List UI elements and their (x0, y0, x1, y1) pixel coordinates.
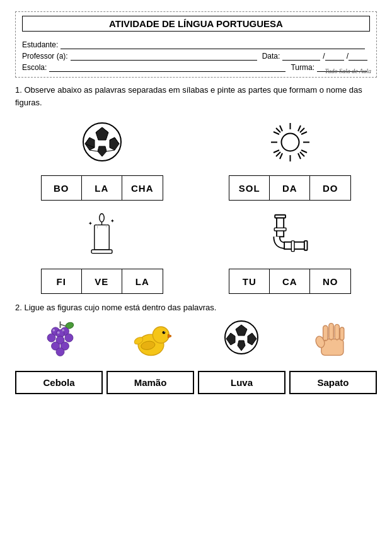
syl-LA: LA (82, 176, 122, 200)
svg-line-21 (280, 126, 282, 131)
svg-rect-32 (95, 225, 109, 249)
word-box-sapato: Sapato (289, 371, 377, 394)
watermark: Tudo Sala de Aula (325, 67, 371, 74)
svg-point-63 (164, 332, 164, 332)
svg-line-19 (300, 128, 304, 132)
duck-icon (130, 318, 171, 359)
svg-point-62 (162, 331, 165, 334)
svg-line-28 (298, 153, 301, 159)
syl-LA: LA (122, 269, 163, 293)
question2-text: 2. Ligue as figuras cujo nome está dentr… (15, 303, 377, 312)
date-field2 (325, 52, 344, 61)
soccer-ball-section: BO LA CHA (15, 114, 189, 201)
svg-rect-43 (292, 241, 295, 252)
svg-point-29 (281, 133, 299, 151)
sun-section: SOL DA DO (203, 114, 377, 201)
candle-icon: ✦ ✦ (84, 212, 119, 259)
word-box-cebola: Cebola (15, 371, 103, 394)
candle-image-area: ✦ ✦ (84, 207, 119, 264)
syllable-boxes-right-1: SOL DA DO (229, 175, 351, 201)
class-label: Turma: (291, 63, 314, 72)
syl-CHA: CHA (122, 176, 163, 200)
grapes-icon (40, 318, 81, 359)
exercise-row-1: BO LA CHA (15, 114, 377, 201)
syllable-boxes-right-2: TU CA NO (229, 269, 351, 294)
svg-line-25 (274, 150, 279, 153)
soccer-ball-2-icon (222, 318, 260, 356)
pipe-image-area (268, 207, 312, 264)
svg-point-52 (65, 334, 73, 342)
date-label: Data: (262, 52, 280, 61)
svg-point-56 (53, 329, 55, 332)
word-box-mamao: Mamão (107, 371, 194, 394)
svg-rect-38 (277, 216, 284, 237)
teacher-line: Professor (a): Data: / / (22, 52, 370, 61)
svg-text:✦: ✦ (89, 220, 93, 226)
teacher-label: Professor (a): (22, 52, 68, 61)
svg-line-18 (300, 152, 304, 156)
student-label: Estudante: (22, 40, 58, 49)
page-title: ATIVIDADE DE LÍNGUA PORTUGUESA (22, 16, 370, 32)
svg-line-26 (301, 150, 307, 153)
school-label: Escola: (22, 63, 47, 72)
question1-text: 1. Observe abaixo as palavras separadas … (15, 84, 377, 108)
syl-FI: FI (42, 269, 82, 293)
student-line: Estudante: (22, 40, 370, 49)
teacher-underline (71, 52, 257, 61)
sun-icon (270, 122, 311, 163)
svg-marker-61 (168, 334, 171, 338)
syl-NO: NO (310, 269, 350, 293)
svg-line-20 (276, 152, 280, 156)
syl-VE: VE (82, 269, 122, 293)
svg-rect-75 (335, 324, 339, 339)
svg-point-55 (56, 348, 64, 356)
syl-DO: DO (310, 176, 350, 200)
svg-line-27 (280, 153, 282, 159)
svg-point-50 (47, 334, 55, 342)
syl-SOL: SOL (229, 176, 270, 200)
candle-section: ✦ ✦ FI VE LA (15, 207, 189, 294)
grapes-section (21, 318, 100, 359)
svg-line-24 (301, 132, 307, 134)
student-underline (61, 40, 365, 49)
soccer-ball-image-area (80, 114, 124, 170)
svg-rect-74 (329, 324, 333, 340)
svg-text:✦: ✦ (110, 218, 115, 223)
school-line: Escola: Turma: (22, 63, 370, 72)
hand-section (292, 318, 371, 359)
soccer-ball-icon (80, 120, 124, 164)
pipe-icon (268, 213, 312, 257)
school-underline (49, 63, 285, 72)
svg-line-23 (274, 132, 279, 134)
svg-point-57 (62, 329, 65, 332)
date-field1 (282, 52, 320, 61)
svg-point-58 (57, 331, 60, 334)
sun-image-area (270, 114, 311, 170)
syl-CA: CA (270, 269, 310, 293)
header-box: ATIVIDADE DE LÍNGUA PORTUGUESA Estudante… (15, 11, 377, 78)
exercise-row-2: ✦ ✦ FI VE LA (15, 207, 377, 294)
svg-rect-41 (304, 241, 308, 250)
syl-TU: TU (229, 269, 270, 293)
section2-images (15, 318, 377, 359)
word-box-luva: Luva (198, 371, 285, 394)
svg-point-30 (100, 213, 105, 221)
syl-DA: DA (270, 176, 310, 200)
date-field3 (349, 52, 367, 61)
svg-line-17 (276, 128, 280, 132)
svg-point-60 (153, 327, 169, 343)
hand-icon (313, 318, 350, 359)
pipe-section: TU CA NO (203, 207, 377, 294)
svg-line-22 (298, 126, 301, 131)
svg-rect-76 (340, 327, 344, 340)
svg-rect-73 (323, 325, 328, 341)
svg-rect-33 (91, 250, 112, 254)
syllable-boxes-left-2: FI VE LA (41, 269, 163, 294)
svg-rect-39 (275, 215, 285, 218)
syl-BO: BO (42, 176, 82, 200)
svg-rect-42 (275, 228, 287, 231)
word-boxes: Cebola Mamão Luva Sapato (15, 371, 377, 394)
syllable-boxes-left-1: BO LA CHA (41, 175, 163, 201)
soccer-ball-2-section (202, 318, 281, 359)
duck-section (111, 318, 190, 359)
